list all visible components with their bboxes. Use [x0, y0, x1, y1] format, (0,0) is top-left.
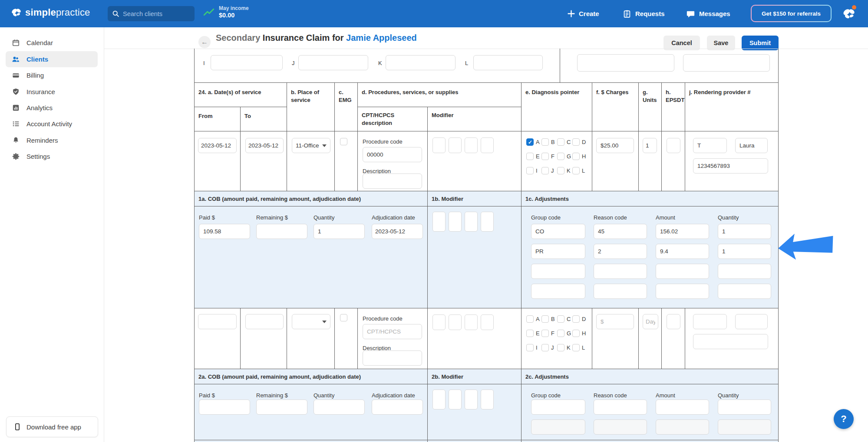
place-of-service-select-2[interactable]: [292, 314, 330, 329]
diagnosis-2-checkbox-c[interactable]: [557, 315, 564, 323]
cob-modifier-box-3[interactable]: [465, 212, 478, 232]
create-button[interactable]: Create: [568, 0, 599, 27]
requests-button[interactable]: Requests: [623, 0, 665, 27]
epsdt-input-2[interactable]: [667, 314, 680, 329]
diagnosis-2-checkbox-j[interactable]: [541, 344, 549, 351]
adj-group-input-2[interactable]: [531, 244, 585, 259]
diagnosis-2-checkbox-a[interactable]: [526, 315, 534, 323]
cob-2-modifier-box-2[interactable]: [449, 390, 462, 409]
cob-modifier-box-1[interactable]: [432, 212, 446, 232]
remaining-input-2[interactable]: [256, 399, 307, 415]
client-search[interactable]: [108, 6, 195, 21]
charges-input[interactable]: [596, 138, 634, 153]
adj-reason-input-4[interactable]: [594, 284, 647, 299]
diagnosis-2-checkbox-l[interactable]: [572, 344, 580, 351]
to-date-input[interactable]: [245, 138, 284, 153]
adj2-qty-input-2[interactable]: [718, 419, 771, 435]
back-button[interactable]: ←: [198, 36, 211, 48]
modifier-box-3[interactable]: [465, 138, 478, 153]
diagnosis-checkbox-h[interactable]: [572, 153, 580, 160]
diagnosis-checkbox-a[interactable]: [526, 138, 534, 146]
diagnosis-checkbox-d[interactable]: [572, 138, 580, 146]
place-of-service-select[interactable]: 11-Office: [292, 138, 330, 153]
modifier-2-box-1[interactable]: [432, 314, 446, 330]
adj-group-input-3[interactable]: [531, 264, 585, 279]
adj2-reason-input-1[interactable]: [594, 399, 647, 415]
from-date-input-2[interactable]: [198, 314, 237, 329]
diag-code-i-input[interactable]: [211, 55, 283, 70]
adj-group-input-1[interactable]: [531, 224, 585, 239]
adj-reason-input-2[interactable]: [594, 244, 647, 259]
paid-input-2[interactable]: [199, 399, 250, 415]
adj-amount-input-4[interactable]: [656, 284, 709, 299]
diagnosis-2-checkbox-g[interactable]: [557, 330, 564, 337]
modifier-box-1[interactable]: [432, 138, 446, 153]
simplepractice-logo[interactable]: simplepractice: [10, 7, 90, 18]
cob-modifier-box-4[interactable]: [481, 212, 494, 232]
diagnosis-2-checkbox-d[interactable]: [572, 315, 580, 323]
diagnosis-2-checkbox-i[interactable]: [526, 344, 534, 351]
quantity-input-2[interactable]: [314, 399, 365, 415]
referral-button[interactable]: Get $150 for referrals: [751, 5, 832, 22]
description-input[interactable]: [363, 174, 422, 189]
cob-2-modifier-box-1[interactable]: [432, 390, 446, 409]
help-button[interactable]: ?: [834, 409, 854, 429]
diag-code-k-input[interactable]: [386, 55, 455, 70]
diagnosis-checkbox-j[interactable]: [541, 167, 549, 174]
sidebar-item-reminders[interactable]: Reminders: [6, 132, 98, 148]
adj2-group-input-2[interactable]: [531, 419, 585, 435]
provider-last-input[interactable]: [735, 138, 768, 153]
save-button[interactable]: Save: [707, 36, 735, 50]
adj-amount-input-2[interactable]: [656, 244, 709, 259]
search-input[interactable]: [123, 10, 188, 17]
adj-reason-input-1[interactable]: [594, 224, 647, 239]
units-input[interactable]: [643, 138, 657, 153]
adj-qty-input-1[interactable]: [718, 224, 771, 239]
adj-amount-input-1[interactable]: [656, 224, 709, 239]
to-date-input-2[interactable]: [245, 314, 284, 329]
adjudication-input[interactable]: [372, 224, 423, 239]
cob-2-modifier-box-4[interactable]: [481, 390, 494, 409]
diagnosis-checkbox-l[interactable]: [572, 167, 580, 174]
sidebar-item-account-activity[interactable]: Account Activity: [6, 116, 98, 132]
cob-2-modifier-box-3[interactable]: [465, 390, 478, 409]
download-app-button[interactable]: Download free app: [6, 416, 98, 437]
sidebar-item-calendar[interactable]: Calendar: [6, 35, 98, 51]
provider-first-input[interactable]: [693, 138, 727, 153]
remaining-input[interactable]: [256, 224, 307, 239]
submit-button[interactable]: Submit: [742, 36, 779, 50]
adj-amount-input-3[interactable]: [656, 264, 709, 279]
income-summary[interactable]: May income $0.00: [203, 5, 249, 19]
sidebar-item-billing[interactable]: Billing: [6, 67, 98, 83]
diagnosis-2-checkbox-k[interactable]: [557, 344, 564, 351]
diagnosis-2-checkbox-e[interactable]: [526, 330, 534, 337]
adj2-group-input-1[interactable]: [531, 399, 585, 415]
provider-first-input-2[interactable]: [693, 314, 727, 329]
diagnosis-checkbox-g[interactable]: [557, 153, 564, 160]
diag-extra-input-2[interactable]: [683, 54, 770, 72]
procedure-code-input-2[interactable]: [363, 324, 422, 339]
provider-last-input-2[interactable]: [735, 314, 768, 329]
units-input-2[interactable]: [643, 314, 658, 329]
paid-input[interactable]: [199, 224, 250, 239]
adj2-qty-input-1[interactable]: [718, 399, 771, 415]
modifier-2-box-2[interactable]: [449, 314, 462, 330]
client-name-link[interactable]: Jamie Appleseed: [346, 33, 417, 43]
sidebar-item-clients[interactable]: Clients: [6, 51, 98, 67]
quantity-input[interactable]: [314, 224, 365, 239]
adj-reason-input-3[interactable]: [594, 264, 647, 279]
cob-modifier-box-2[interactable]: [449, 212, 462, 232]
diagnosis-checkbox-k[interactable]: [557, 167, 564, 174]
modifier-box-2[interactable]: [449, 138, 462, 153]
diag-code-j-input[interactable]: [298, 55, 368, 70]
diagnosis-2-checkbox-h[interactable]: [572, 330, 580, 337]
from-date-input[interactable]: [198, 138, 237, 153]
adjudication-input-2[interactable]: [372, 399, 423, 415]
emg-checkbox[interactable]: [340, 138, 347, 145]
emg-checkbox-2[interactable]: [340, 314, 347, 321]
sidebar-item-analytics[interactable]: Analytics: [6, 100, 98, 116]
epsdt-input[interactable]: [667, 138, 680, 153]
diagnosis-checkbox-i[interactable]: [526, 167, 534, 174]
description-input-2[interactable]: [363, 350, 422, 366]
procedure-code-input[interactable]: [363, 147, 422, 162]
